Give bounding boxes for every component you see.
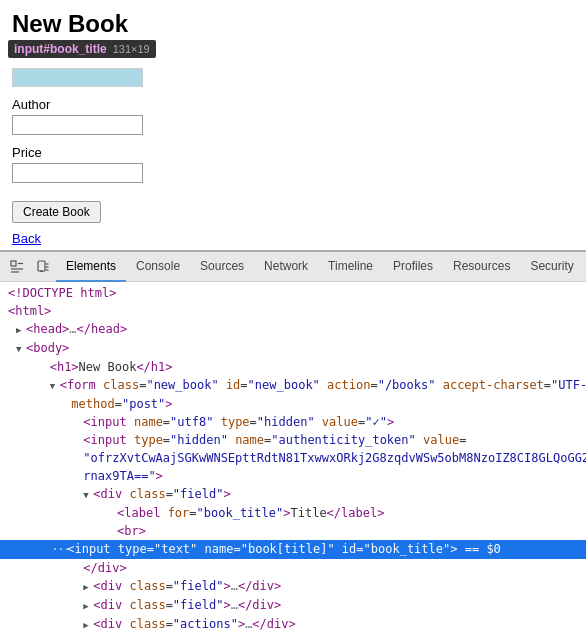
tab-network[interactable]: Network [254,252,318,282]
device-mode-button[interactable] [30,254,56,280]
html-line: ▼<body> [0,339,586,358]
price-input[interactable] [12,163,143,183]
html-line: </div> [0,559,586,577]
author-label: Author [12,97,574,112]
devtools-panel: Elements Console Sources Network Timelin… [0,250,586,632]
price-field-group: Price [12,145,574,183]
inspect-element-button[interactable] [4,254,30,280]
tab-sources[interactable]: Sources [190,252,254,282]
svg-rect-4 [38,261,45,271]
html-line: ▶<div class="actions">…</div> [0,615,586,632]
title-field-group [12,68,574,87]
html-line: ▶<div class="field">…</div> [0,596,586,615]
highlighted-input-line: ··· <input type="text" name="book[title]… [0,540,586,559]
element-tooltip: input#book_title 131×19 [8,40,156,58]
tooltip-dimensions: 131×19 [113,43,150,55]
page-area: New Book input#book_title 131×19 Author … [0,0,586,250]
html-line: ▼<form class="new_book" id="new_book" ac… [0,376,586,395]
create-book-button[interactable]: Create Book [12,201,101,223]
elements-panel-content: <!DOCTYPE html> <html> ▶<head>…</head> ▼… [0,282,586,632]
html-line: <input type="hidden" name="authenticity_… [0,431,586,449]
html-line: ▶<div class="field">…</div> [0,577,586,596]
tab-security[interactable]: Security [520,252,583,282]
author-field-group: Author [12,97,574,135]
html-line: <label for="book_title">Title</label> [0,504,586,522]
tab-console[interactable]: Console [126,252,190,282]
tab-elements[interactable]: Elements [56,252,126,282]
tab-resources[interactable]: Resources [443,252,520,282]
html-line: method="post"> [0,395,586,413]
back-link[interactable]: Back [12,231,41,246]
svg-rect-0 [11,261,16,266]
price-label: Price [12,145,574,160]
tooltip-tag: input#book_title [14,42,107,56]
tab-profiles[interactable]: Profiles [383,252,443,282]
html-line: ▼<div class="field"> [0,485,586,504]
devtools-toolbar: Elements Console Sources Network Timelin… [0,252,586,282]
author-input[interactable] [12,115,143,135]
tab-timeline[interactable]: Timeline [318,252,383,282]
html-line: <html> [0,302,586,320]
html-line: <br> [0,522,586,540]
svg-rect-5 [40,270,43,272]
html-line: rnax9TA=="> [0,467,586,485]
html-line: <h1>New Book</h1> [0,358,586,376]
html-line: "ofrzXvtCwAajSGKwWNSEpttRdtN81TxwwxORkj2… [0,449,586,467]
html-line: <input name="utf8" type="hidden" value="… [0,413,586,431]
html-line: ▶<head>…</head> [0,320,586,339]
html-line: <!DOCTYPE html> [0,284,586,302]
page-title: New Book [12,10,574,38]
title-input[interactable] [12,68,143,87]
